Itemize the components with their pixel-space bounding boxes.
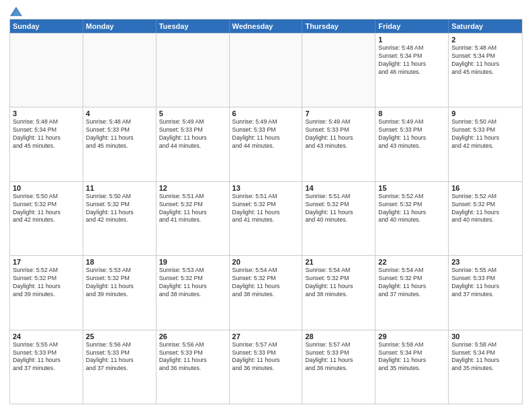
- cal-cell-4-7: 23Sunrise: 5:55 AM Sunset: 5:33 PM Dayli…: [449, 256, 522, 329]
- calendar-header: SundayMondayTuesdayWednesdayThursdayFrid…: [10, 19, 522, 33]
- day-info: Sunrise: 5:52 AM Sunset: 5:32 PM Dayligh…: [13, 267, 80, 299]
- day-info: Sunrise: 5:51 AM Sunset: 5:32 PM Dayligh…: [232, 193, 300, 225]
- cal-cell-5-4: 27Sunrise: 5:57 AM Sunset: 5:33 PM Dayli…: [230, 330, 303, 404]
- day-number: 26: [159, 332, 226, 340]
- day-number: 14: [305, 184, 372, 192]
- cal-cell-1-3: [157, 34, 230, 107]
- day-number: 13: [232, 184, 300, 192]
- cal-cell-1-5: [302, 34, 375, 107]
- day-number: 11: [86, 184, 153, 192]
- weekday-header-saturday: Saturday: [449, 19, 522, 33]
- day-info: Sunrise: 5:50 AM Sunset: 5:33 PM Dayligh…: [451, 118, 519, 150]
- day-info: Sunrise: 5:54 AM Sunset: 5:32 PM Dayligh…: [232, 267, 300, 299]
- day-info: Sunrise: 5:54 AM Sunset: 5:32 PM Dayligh…: [305, 267, 372, 299]
- cal-cell-5-1: 24Sunrise: 5:55 AM Sunset: 5:33 PM Dayli…: [10, 330, 83, 404]
- cal-cell-2-4: 6Sunrise: 5:49 AM Sunset: 5:33 PM Daylig…: [230, 107, 303, 181]
- cal-cell-4-4: 20Sunrise: 5:54 AM Sunset: 5:32 PM Dayli…: [230, 256, 303, 329]
- day-info: Sunrise: 5:53 AM Sunset: 5:32 PM Dayligh…: [159, 267, 226, 299]
- weekday-header-wednesday: Wednesday: [230, 19, 303, 33]
- day-info: Sunrise: 5:56 AM Sunset: 5:33 PM Dayligh…: [159, 341, 226, 373]
- weekday-header-sunday: Sunday: [10, 19, 83, 33]
- cal-cell-2-5: 7Sunrise: 5:49 AM Sunset: 5:33 PM Daylig…: [302, 107, 375, 181]
- day-info: Sunrise: 5:50 AM Sunset: 5:32 PM Dayligh…: [13, 193, 80, 225]
- day-number: 30: [451, 332, 519, 340]
- cal-cell-3-6: 15Sunrise: 5:52 AM Sunset: 5:32 PM Dayli…: [375, 182, 449, 255]
- day-number: 7: [305, 109, 372, 118]
- day-number: 20: [232, 258, 300, 266]
- weekday-header-thursday: Thursday: [302, 19, 375, 33]
- cal-cell-5-2: 25Sunrise: 5:56 AM Sunset: 5:33 PM Dayli…: [83, 330, 157, 404]
- day-info: Sunrise: 5:52 AM Sunset: 5:32 PM Dayligh…: [378, 193, 445, 225]
- day-number: 12: [159, 184, 226, 192]
- cal-cell-2-2: 4Sunrise: 5:48 AM Sunset: 5:33 PM Daylig…: [83, 107, 157, 181]
- day-info: Sunrise: 5:52 AM Sunset: 5:32 PM Dayligh…: [451, 193, 519, 225]
- calendar: SundayMondayTuesdayWednesdayThursdayFrid…: [9, 19, 523, 404]
- cal-cell-1-7: 2Sunrise: 5:48 AM Sunset: 5:34 PM Daylig…: [449, 34, 522, 107]
- cal-cell-3-4: 13Sunrise: 5:51 AM Sunset: 5:32 PM Dayli…: [230, 182, 303, 255]
- cal-cell-3-2: 11Sunrise: 5:50 AM Sunset: 5:32 PM Dayli…: [83, 182, 157, 255]
- day-info: Sunrise: 5:48 AM Sunset: 5:34 PM Dayligh…: [378, 44, 445, 77]
- day-number: 4: [86, 109, 153, 118]
- cal-cell-2-7: 9Sunrise: 5:50 AM Sunset: 5:33 PM Daylig…: [449, 107, 522, 181]
- calendar-row-3: 10Sunrise: 5:50 AM Sunset: 5:32 PM Dayli…: [10, 181, 522, 255]
- calendar-row-5: 24Sunrise: 5:55 AM Sunset: 5:33 PM Dayli…: [10, 330, 522, 404]
- day-number: 15: [378, 184, 445, 192]
- day-number: 18: [86, 258, 153, 266]
- calendar-row-2: 3Sunrise: 5:48 AM Sunset: 5:34 PM Daylig…: [10, 107, 522, 181]
- cal-cell-1-4: [230, 34, 303, 107]
- day-info: Sunrise: 5:49 AM Sunset: 5:33 PM Dayligh…: [378, 118, 445, 150]
- day-info: Sunrise: 5:58 AM Sunset: 5:34 PM Dayligh…: [451, 341, 519, 373]
- day-number: 5: [159, 109, 226, 118]
- day-number: 2: [451, 36, 519, 44]
- day-number: 24: [13, 332, 80, 340]
- cal-cell-4-6: 22Sunrise: 5:54 AM Sunset: 5:32 PM Dayli…: [375, 256, 449, 329]
- header: [9, 7, 523, 15]
- calendar-row-1: 1Sunrise: 5:48 AM Sunset: 5:34 PM Daylig…: [10, 33, 522, 107]
- weekday-header-tuesday: Tuesday: [157, 19, 230, 33]
- day-number: 19: [159, 258, 226, 266]
- day-number: 16: [451, 184, 519, 192]
- day-info: Sunrise: 5:48 AM Sunset: 5:34 PM Dayligh…: [13, 118, 80, 150]
- day-number: 29: [378, 332, 445, 340]
- cal-cell-4-1: 17Sunrise: 5:52 AM Sunset: 5:32 PM Dayli…: [10, 256, 83, 329]
- cal-cell-2-3: 5Sunrise: 5:49 AM Sunset: 5:33 PM Daylig…: [157, 107, 230, 181]
- day-number: 28: [305, 332, 372, 340]
- cal-cell-3-5: 14Sunrise: 5:51 AM Sunset: 5:32 PM Dayli…: [302, 182, 375, 255]
- day-number: 23: [451, 258, 519, 266]
- day-info: Sunrise: 5:55 AM Sunset: 5:33 PM Dayligh…: [451, 267, 519, 299]
- day-number: 25: [86, 332, 153, 340]
- day-info: Sunrise: 5:48 AM Sunset: 5:33 PM Dayligh…: [86, 118, 153, 150]
- day-number: 1: [378, 36, 445, 44]
- day-info: Sunrise: 5:55 AM Sunset: 5:33 PM Dayligh…: [13, 341, 80, 373]
- day-number: 8: [378, 109, 445, 118]
- weekday-header-monday: Monday: [83, 19, 157, 33]
- cal-cell-3-1: 10Sunrise: 5:50 AM Sunset: 5:32 PM Dayli…: [10, 182, 83, 255]
- day-info: Sunrise: 5:51 AM Sunset: 5:32 PM Dayligh…: [305, 193, 372, 225]
- day-info: Sunrise: 5:57 AM Sunset: 5:33 PM Dayligh…: [232, 341, 300, 373]
- cal-cell-2-1: 3Sunrise: 5:48 AM Sunset: 5:34 PM Daylig…: [10, 107, 83, 181]
- weekday-header-friday: Friday: [375, 19, 449, 33]
- day-number: 9: [451, 109, 519, 118]
- day-info: Sunrise: 5:57 AM Sunset: 5:33 PM Dayligh…: [305, 341, 372, 373]
- cal-cell-4-3: 19Sunrise: 5:53 AM Sunset: 5:32 PM Dayli…: [157, 256, 230, 329]
- calendar-body: 1Sunrise: 5:48 AM Sunset: 5:34 PM Daylig…: [10, 33, 522, 404]
- cal-cell-2-6: 8Sunrise: 5:49 AM Sunset: 5:33 PM Daylig…: [375, 107, 449, 181]
- day-info: Sunrise: 5:48 AM Sunset: 5:34 PM Dayligh…: [451, 44, 519, 77]
- cal-cell-5-7: 30Sunrise: 5:58 AM Sunset: 5:34 PM Dayli…: [449, 330, 522, 404]
- day-info: Sunrise: 5:49 AM Sunset: 5:33 PM Dayligh…: [232, 118, 300, 150]
- day-info: Sunrise: 5:49 AM Sunset: 5:33 PM Dayligh…: [159, 118, 226, 150]
- cal-cell-4-5: 21Sunrise: 5:54 AM Sunset: 5:32 PM Dayli…: [302, 256, 375, 329]
- cal-cell-3-3: 12Sunrise: 5:51 AM Sunset: 5:32 PM Dayli…: [157, 182, 230, 255]
- day-info: Sunrise: 5:49 AM Sunset: 5:33 PM Dayligh…: [305, 118, 372, 150]
- cal-cell-5-5: 28Sunrise: 5:57 AM Sunset: 5:33 PM Dayli…: [302, 330, 375, 404]
- day-info: Sunrise: 5:51 AM Sunset: 5:32 PM Dayligh…: [159, 193, 226, 225]
- day-info: Sunrise: 5:58 AM Sunset: 5:34 PM Dayligh…: [378, 341, 445, 373]
- day-info: Sunrise: 5:50 AM Sunset: 5:32 PM Dayligh…: [86, 193, 153, 225]
- cal-cell-1-1: [10, 34, 83, 107]
- day-number: 27: [232, 332, 300, 340]
- day-info: Sunrise: 5:56 AM Sunset: 5:33 PM Dayligh…: [86, 341, 153, 373]
- calendar-row-4: 17Sunrise: 5:52 AM Sunset: 5:32 PM Dayli…: [10, 255, 522, 329]
- cal-cell-5-6: 29Sunrise: 5:58 AM Sunset: 5:34 PM Dayli…: [375, 330, 449, 404]
- day-number: 6: [232, 109, 300, 118]
- day-info: Sunrise: 5:54 AM Sunset: 5:32 PM Dayligh…: [378, 267, 445, 299]
